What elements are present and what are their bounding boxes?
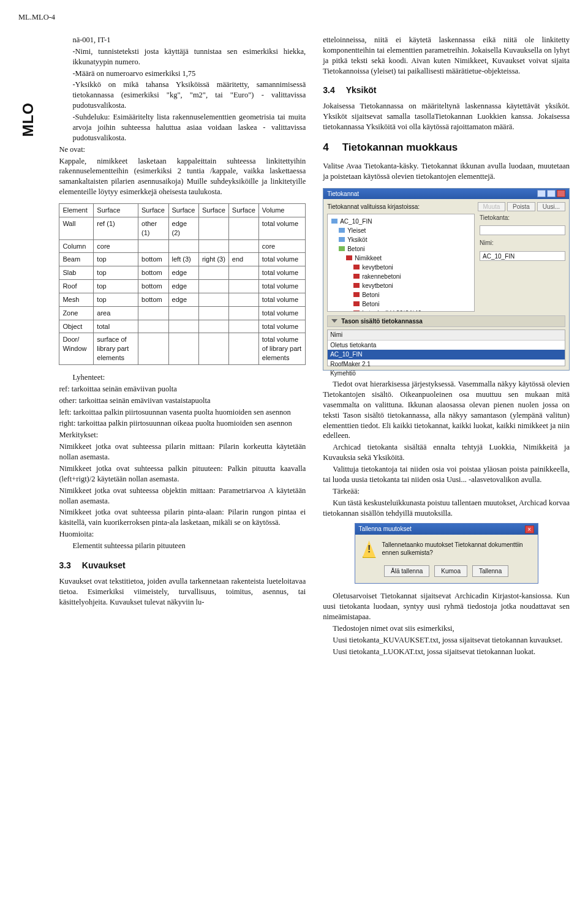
intro-block: nä-001, IT-1 -Nimi, tunnisteteksti josta… [59,35,306,143]
table-header-row: Element Surface Surface Surface Surface … [59,204,306,217]
tree-item-icon [353,301,360,306]
lyh-line: other: tarkoittaa seinän emäviivan vasta… [59,396,306,406]
tree-item[interactable]: Betoni [331,299,470,309]
table-cell [198,333,228,365]
table-cell [198,293,228,306]
table-cell: bottom [138,293,169,306]
list-item[interactable]: AC_10_FIN [328,350,565,360]
tree-item[interactable]: AC_10_FIN [331,217,470,226]
database-tree[interactable]: AC_10_FINYleisetYksikötBetoniNimikkeetke… [327,214,475,312]
section-3-4: 3.4Yksiköt [323,85,570,96]
tail-p: Uusi tietokanta_KUVAUKSET.txt, jossa sij… [323,635,570,646]
table-cell: Mesh [59,293,94,306]
table-cell: total volume [258,320,305,333]
tree-item[interactable]: Nimikkeet [331,254,470,263]
cancel-button[interactable]: Kumoa [434,565,467,578]
after-win-p: Tiedot ovat hierarkisessa järjestyksessä… [323,379,570,441]
tree-item-icon [346,255,352,260]
after-win-p: Archicad tietokanta sisältää ennalta teh… [323,442,570,463]
section-title: Yksiköt [346,85,377,95]
list-item[interactable]: Kymehtiö [328,369,565,378]
modal-message: Tallennetaanko muutokset Tietokannat dok… [382,541,530,557]
tree-item[interactable]: Yleiset [331,226,470,235]
list-item[interactable]: Oletus tietokanta [328,341,565,350]
dialog-title: Tietokannat [327,190,359,198]
table-cell [168,306,198,320]
s34-body: Jokaisessa Tietokannassa on määriteltynä… [323,101,570,132]
th: Surface [168,204,198,217]
delete-button[interactable]: Poista [507,202,535,211]
modal-title: Tallenna muutokset [359,525,412,533]
table-cell [228,293,258,306]
new-button[interactable]: Uusi... [537,202,565,211]
minimize-icon[interactable] [537,190,546,197]
modal-titlebar[interactable]: Tallenna muutokset × [355,524,538,535]
table-cell: total volume of library part elements [258,333,305,365]
tree-item-icon [353,311,360,312]
save-button[interactable]: Tallenna [472,565,508,578]
table-cell: top [94,253,138,266]
db-field[interactable] [480,225,565,235]
table-cell [168,320,198,333]
tree-item[interactable]: kevytbetoni [331,263,470,272]
lyhenteet-title: Lyhenteet: [72,372,306,383]
intro-line: -Suhdeluku: Esimääritelty lista rakennus… [72,112,306,143]
table-cell: Wall [59,217,94,239]
section-title: Kuvaukset [82,560,126,570]
merk-line: Nimikkeet jotka ovat suhteessa palkin pi… [59,464,306,484]
tail-p: Uusi tietokanta_LUOKAT.txt, jossa sijait… [323,647,570,657]
close-icon[interactable]: × [525,525,534,533]
table-cell: total volume [258,280,305,293]
name-field[interactable]: AC_10_FIN [480,251,565,261]
after-win-p: Tärkeää: [323,486,570,497]
list-header: Nimi [328,330,565,341]
window-buttons [537,190,565,197]
level-content-list[interactable]: Nimi Oletus tietokanta AC_10_FIN RoofMak… [327,329,565,366]
close-icon[interactable] [557,190,565,197]
th: Element [59,204,94,217]
table-cell: edge [168,293,198,306]
tree-item[interactable]: kevytbetoni [331,281,470,290]
tree-item[interactable]: Betoni [331,290,470,299]
table-cell: edge [168,266,198,280]
list-item[interactable]: RoofMaker 2.1 [328,360,565,369]
tree-item[interactable]: rakennebetoni [331,272,470,281]
dont-save-button[interactable]: Älä tallenna [384,565,429,578]
tree-item[interactable]: betonipalkki 26*24*49 cm [331,309,470,312]
table-cell: total [94,320,138,333]
th: Volume [258,204,305,217]
table-cell: surface of library part elements [94,333,138,365]
table-cell: Roof [59,280,94,293]
table-cell: bottom [138,280,169,293]
save-changes-dialog: Tallenna muutokset × ! Tallennetaanko mu… [355,523,538,584]
table-cell: top [94,266,138,280]
intro-line: -Nimi, tunnisteteksti josta käyttäjä tun… [72,47,306,67]
table-cell: total volume [258,217,305,239]
tail-p: Tiedostojen nimet ovat siis esimerkiksi, [323,623,570,634]
neovat-body: Kappale, nimikkeet lasketaan kappaleitta… [59,156,306,198]
edit-button[interactable]: Muuta [478,202,506,211]
tree-item[interactable]: Yksiköt [331,235,470,244]
table-cell [138,320,169,333]
s4-body: Valitse Avaa Tietokanta-käsky. Tietokann… [323,161,570,182]
level-content-header[interactable]: Tason sisältö tietokannassa [327,315,565,328]
tree-item[interactable]: Betoni [331,244,470,254]
section-number: 3.4 [323,85,334,95]
element-table: Element Surface Surface Surface Surface … [59,203,306,365]
table-cell: core [94,239,138,253]
tail-p: Oletusarvoiset Tietokannat sijaitsevat A… [323,591,570,622]
table-cell [198,280,228,293]
dialog-titlebar[interactable]: Tietokannat [323,189,569,200]
table-cell [228,333,258,365]
chevron-down-icon [331,319,337,323]
table-cell [138,306,169,320]
table-cell: left (3) [168,253,198,266]
s33-body: Kuvaukset ovat tekstitietoa, joiden avul… [59,576,306,608]
warning-icon: ! [363,541,376,558]
intro-line: nä-001, IT-1 [72,35,306,45]
table-row: Objecttotaltotal volume [59,320,306,333]
table-cell: end [228,253,258,266]
th: Surface [228,204,258,217]
maximize-icon[interactable] [547,190,556,197]
table-cell: ref (1) [94,217,138,239]
